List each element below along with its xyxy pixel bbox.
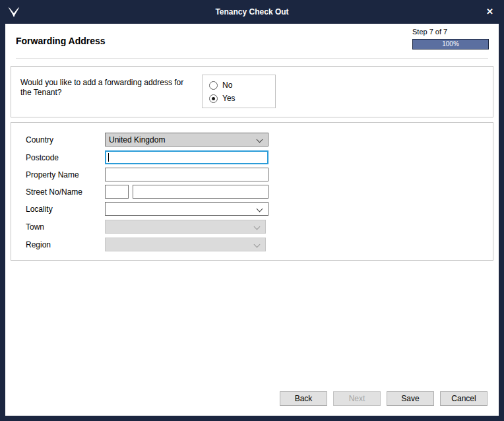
property-name-label: Property Name xyxy=(26,170,79,179)
radio-no[interactable]: No xyxy=(209,80,232,90)
next-button: Next xyxy=(333,391,381,406)
town-label: Town xyxy=(26,222,44,232)
chevron-down-icon xyxy=(257,137,263,143)
back-button[interactable]: Back xyxy=(280,391,327,406)
region-select xyxy=(105,238,266,251)
street-number-input[interactable] xyxy=(105,185,129,199)
save-button[interactable]: Save xyxy=(387,391,434,406)
chevron-down-icon xyxy=(254,224,261,230)
yes-no-radio-group: No Yes xyxy=(202,75,276,108)
step-indicator: Step 7 of 7 xyxy=(412,28,447,36)
forwarding-question-section: Would you like to add a forwarding addre… xyxy=(11,66,493,117)
radio-no-label: No xyxy=(222,81,232,90)
forwarding-question-label: Would you like to add a forwarding addre… xyxy=(20,78,196,98)
address-form-section: Country United Kingdom Postcode Property… xyxy=(11,122,493,261)
country-label: Country xyxy=(26,135,53,145)
dialog-content: Forwarding Address Step 7 of 7 100% Woul… xyxy=(5,24,499,416)
country-value: United Kingdom xyxy=(109,135,165,145)
property-name-input[interactable] xyxy=(105,168,268,181)
postcode-label: Postcode xyxy=(26,153,59,162)
street-name-input[interactable] xyxy=(133,185,268,199)
chevron-down-icon xyxy=(254,242,261,248)
progress-bar: 100% xyxy=(412,39,489,49)
progress-percent-label: 100% xyxy=(413,40,488,49)
locality-select[interactable] xyxy=(105,202,268,216)
window-title: Tenancy Check Out xyxy=(0,0,504,24)
radio-yes-label: Yes xyxy=(222,94,236,103)
postcode-input[interactable] xyxy=(105,150,268,164)
tenancy-checkout-window: Tenancy Check Out ✕ Forwarding Address S… xyxy=(0,0,504,421)
radio-yes-circle xyxy=(209,94,218,103)
town-select xyxy=(105,220,266,234)
country-select[interactable]: United Kingdom xyxy=(105,133,268,146)
locality-label: Locality xyxy=(26,205,53,214)
radio-no-circle xyxy=(209,81,218,90)
header-divider xyxy=(16,58,488,59)
page-title: Forwarding Address xyxy=(16,36,106,46)
chevron-down-icon xyxy=(257,206,263,212)
close-icon[interactable]: ✕ xyxy=(484,0,496,24)
titlebar: Tenancy Check Out ✕ xyxy=(0,0,504,24)
region-label: Region xyxy=(26,240,51,249)
text-caret xyxy=(108,153,109,162)
street-label: Street No/Name xyxy=(26,187,82,197)
radio-yes[interactable]: Yes xyxy=(209,93,236,104)
cancel-button[interactable]: Cancel xyxy=(440,391,488,406)
